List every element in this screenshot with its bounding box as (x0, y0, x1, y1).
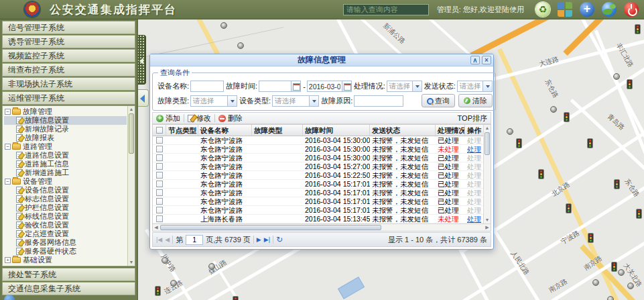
scroll-right-icon[interactable]: ▶ (484, 224, 491, 231)
sidebar-item-bottom-1[interactable]: 交通信息采集子系统 (2, 282, 135, 295)
tree-group[interactable]: +基础设置 (4, 256, 127, 264)
scroll-thumb[interactable] (160, 225, 381, 230)
next-page-button[interactable]: ▶ (257, 236, 261, 244)
edit-button[interactable]: 修改 (188, 113, 211, 123)
camera-dome-icon[interactable] (627, 283, 634, 289)
process-status-select[interactable]: 请选择 (387, 81, 422, 92)
row-checkbox[interactable] (156, 146, 163, 152)
row-checkbox[interactable] (156, 154, 163, 161)
search-button[interactable]: 查询 (422, 94, 455, 107)
sidebar-item-4[interactable]: 非现场执法子系统 (2, 77, 135, 91)
tree-scrollbar[interactable]: ▲ ▼ (127, 106, 135, 266)
col-fault-time[interactable]: 故障时间 (303, 125, 370, 136)
camera-dome-icon[interactable] (237, 42, 244, 49)
traffic-light-icon[interactable] (587, 138, 593, 148)
scroll-thumb[interactable] (485, 132, 490, 155)
row-checkbox[interactable] (156, 207, 163, 213)
traffic-light-icon[interactable] (566, 203, 572, 213)
traffic-light-icon[interactable] (588, 233, 594, 243)
traffic-light-icon[interactable] (564, 112, 570, 122)
row-checkbox[interactable] (156, 137, 163, 144)
add-icon[interactable] (580, 2, 594, 17)
sidebar-item-5[interactable]: 运维管理子系统 (2, 91, 135, 105)
camera-dome-icon[interactable] (618, 269, 625, 276)
globe-icon[interactable] (602, 2, 617, 17)
fault-time-to-input[interactable] (308, 81, 342, 91)
tree-item[interactable]: 新增道路施工 (4, 168, 127, 177)
collapse-icon[interactable]: ∧ (470, 56, 480, 64)
camera-dome-icon[interactable] (607, 296, 614, 300)
table-row[interactable]: 东仓路宁波路2016-03-04 15:17:01未报警，未发短信已处理处理 (153, 189, 491, 197)
page-input[interactable] (186, 235, 203, 245)
expand-expander-icon[interactable]: + (5, 257, 11, 263)
sidebar-item-bottom-0[interactable]: 接处警子系统 (2, 268, 135, 281)
scroll-up-icon[interactable]: ▲ (128, 106, 135, 113)
col-node-type[interactable]: 节点类型 (166, 125, 198, 136)
calendar-icon[interactable] (342, 81, 351, 91)
traffic-light-icon[interactable] (635, 24, 641, 34)
device-type-select[interactable]: 请选择 (272, 95, 319, 107)
close-icon[interactable]: × (482, 56, 491, 64)
traffic-light-icon[interactable] (538, 169, 544, 179)
chevron-down-icon[interactable] (309, 96, 318, 106)
row-checkbox[interactable] (156, 163, 163, 170)
tree-item[interactable]: 服务器硬件状态 (4, 247, 127, 256)
table-row[interactable]: 东仓路宁波路2016-03-04 15:30:00未报警，未发短信已处理处理 (153, 154, 491, 162)
table-row[interactable]: 东仓路宁波路2016-03-04 15:30:00未报警，未发短信未处理处理 (153, 145, 491, 154)
traffic-light-icon[interactable] (627, 79, 633, 89)
collapse-expander-icon[interactable]: − (5, 109, 11, 115)
camera-dome-icon[interactable] (220, 22, 227, 29)
vertical-scrollbar[interactable]: ▲ ▼ (483, 125, 491, 223)
traffic-light-icon[interactable] (516, 138, 522, 148)
col-action[interactable]: 操作 (465, 125, 485, 136)
traffic-light-icon[interactable] (636, 209, 642, 219)
table-row[interactable]: 东仓路宁波路2016-03-04 15:27:00未报警，未发短信已处理处理 (153, 162, 491, 171)
calendar-icon[interactable] (291, 81, 300, 91)
table-row[interactable]: 东仓路宁波路2016-03-04 15:17:01未报警，未发短信已处理处理 (153, 180, 491, 189)
traffic-light-icon[interactable] (155, 286, 161, 296)
col-fault-type[interactable]: 故障类型 (252, 125, 303, 136)
camera-dome-icon[interactable] (170, 280, 177, 287)
table-row[interactable]: 东仓路宁波路2016-03-04 15:17:01未报警，未发短信已处理处理 (153, 197, 491, 206)
collapse-expander-icon[interactable]: − (5, 144, 11, 150)
camera-dome-icon[interactable] (550, 106, 557, 113)
global-search-input[interactable] (343, 4, 429, 15)
scroll-thumb[interactable] (129, 113, 134, 154)
refresh-icon[interactable]: ↻ (276, 235, 283, 244)
row-checkbox[interactable] (156, 189, 163, 196)
collapse-expander-icon[interactable]: − (5, 179, 11, 185)
table-row[interactable]: 上海路长春路2016-03-04 15:13:45未报警，未发短信未处理处理 (153, 215, 491, 223)
traffic-light-icon[interactable] (614, 179, 620, 189)
sidebar-collapse-handle[interactable] (138, 35, 146, 85)
table-row[interactable]: 东仓路宁波路2016-03-04 15:22:50未报警，未发短信已处理处理 (153, 171, 491, 180)
camera-dome-icon[interactable] (507, 128, 513, 135)
recycle-icon[interactable] (535, 2, 550, 17)
row-checkbox[interactable] (156, 215, 163, 222)
camera-dome-icon[interactable] (613, 73, 620, 80)
sidebar-item-0[interactable]: 信号管理子系统 (2, 21, 135, 34)
panel-collapse-arrow[interactable] (138, 89, 149, 107)
sidebar-item-3[interactable]: 缉查布控子系统 (2, 63, 135, 77)
camera-dome-icon[interactable] (592, 279, 599, 286)
scroll-left-icon[interactable]: ◀ (153, 224, 159, 231)
clear-button[interactable]: 清除 (458, 94, 493, 107)
row-checkbox[interactable] (156, 198, 163, 205)
traffic-light-icon[interactable] (611, 262, 617, 272)
fault-time-from-input[interactable] (259, 81, 291, 91)
device-name-input[interactable] (190, 81, 224, 92)
chevron-down-icon[interactable] (227, 96, 237, 106)
table-row[interactable]: 东仓路宁波路2016-03-04 15:17:01未报警，未发短信已处理处理 (153, 206, 491, 215)
tree-item[interactable]: 新增故障记录 (4, 125, 127, 134)
col-send-status[interactable]: 发送状态 (370, 125, 436, 136)
traffic-light-icon[interactable] (233, 296, 239, 300)
add-button[interactable]: 添加 (156, 113, 180, 123)
scroll-down-icon[interactable]: ▼ (128, 259, 135, 266)
power-icon[interactable] (624, 2, 639, 17)
apps-grid-icon[interactable] (558, 2, 572, 17)
tree-item[interactable]: 故障报表 (4, 134, 127, 142)
scroll-down-icon[interactable]: ▼ (484, 217, 491, 223)
table-row[interactable]: 东仓路宁波路2016-03-04 15:30:00未报警，未发短信已处理处理 (153, 136, 491, 145)
prev-page-button[interactable]: ◀ (165, 236, 170, 244)
chevron-down-icon[interactable] (482, 81, 492, 91)
fault-type-select[interactable]: 请选择 (190, 95, 237, 107)
